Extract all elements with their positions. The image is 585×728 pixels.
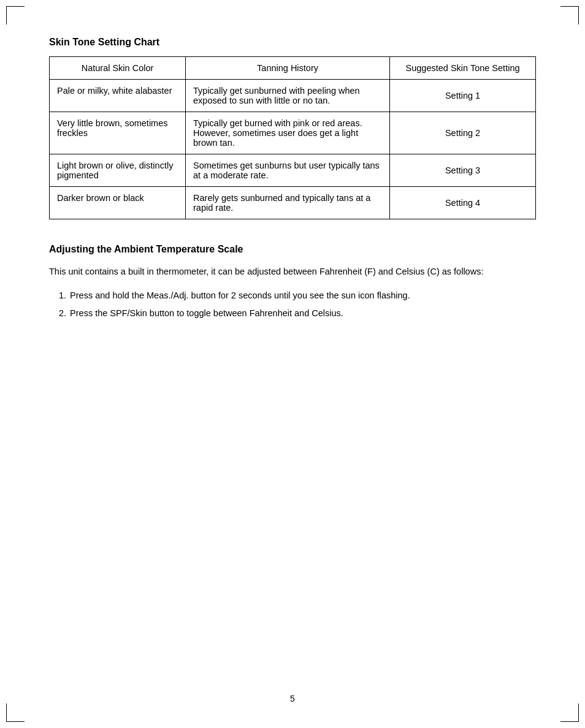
table-row: Pale or milky, white alabaster Typically… xyxy=(50,80,536,112)
row4-setting: Setting 4 xyxy=(390,187,536,219)
ambient-section: Adjusting the Ambient Temperature Scale … xyxy=(49,244,536,321)
table-row: Darker brown or black Rarely gets sunbur… xyxy=(50,187,536,219)
row2-natural: Very little brown, sometimes freckles xyxy=(50,112,186,154)
row3-natural: Light brown or olive, distinctly pigment… xyxy=(50,154,186,187)
corner-mark-bottom-left xyxy=(6,703,25,722)
row4-tanning: Rarely gets sunburned and typically tans… xyxy=(186,187,390,219)
corner-mark-top-right xyxy=(560,6,579,25)
list-num-1: 1. xyxy=(59,290,66,300)
list-item: 2.Press the SPF/Skin button to toggle be… xyxy=(49,306,536,320)
row2-tanning: Typically get burned with pink or red ar… xyxy=(186,112,390,154)
skin-tone-section: Skin Tone Setting Chart Natural Skin Col… xyxy=(49,37,536,219)
table-header-row: Natural Skin Color Tanning History Sugge… xyxy=(50,57,536,80)
header-tanning: Tanning History xyxy=(186,57,390,80)
list-num-2: 2. xyxy=(59,308,66,318)
ambient-paragraph: This unit contains a built in thermomete… xyxy=(49,265,536,279)
row1-tanning: Typically get sunburned with peeling whe… xyxy=(186,80,390,112)
step-1-text: Press and hold the Meas./Adj. button for… xyxy=(70,290,410,300)
skin-tone-table: Natural Skin Color Tanning History Sugge… xyxy=(49,56,536,219)
row4-natural: Darker brown or black xyxy=(50,187,186,219)
list-item: 1.Press and hold the Meas./Adj. button f… xyxy=(49,289,536,303)
row1-setting: Setting 1 xyxy=(390,80,536,112)
ambient-steps-list: 1.Press and hold the Meas./Adj. button f… xyxy=(49,289,536,320)
row3-tanning: Sometimes get sunburns but user typicall… xyxy=(186,154,390,187)
table-row: Very little brown, sometimes freckles Ty… xyxy=(50,112,536,154)
row1-natural: Pale or milky, white alabaster xyxy=(50,80,186,112)
header-natural: Natural Skin Color xyxy=(50,57,186,80)
page-container: Skin Tone Setting Chart Natural Skin Col… xyxy=(0,0,585,728)
corner-mark-top-left xyxy=(6,6,25,25)
step-2-text: Press the SPF/Skin button to toggle betw… xyxy=(70,308,343,318)
skin-tone-title: Skin Tone Setting Chart xyxy=(49,37,536,48)
row3-setting: Setting 3 xyxy=(390,154,536,187)
page-number: 5 xyxy=(290,694,295,703)
ambient-title: Adjusting the Ambient Temperature Scale xyxy=(49,244,536,255)
header-setting: Suggested Skin Tone Setting xyxy=(390,57,536,80)
corner-mark-bottom-right xyxy=(560,703,579,722)
table-row: Light brown or olive, distinctly pigment… xyxy=(50,154,536,187)
row2-setting: Setting 2 xyxy=(390,112,536,154)
